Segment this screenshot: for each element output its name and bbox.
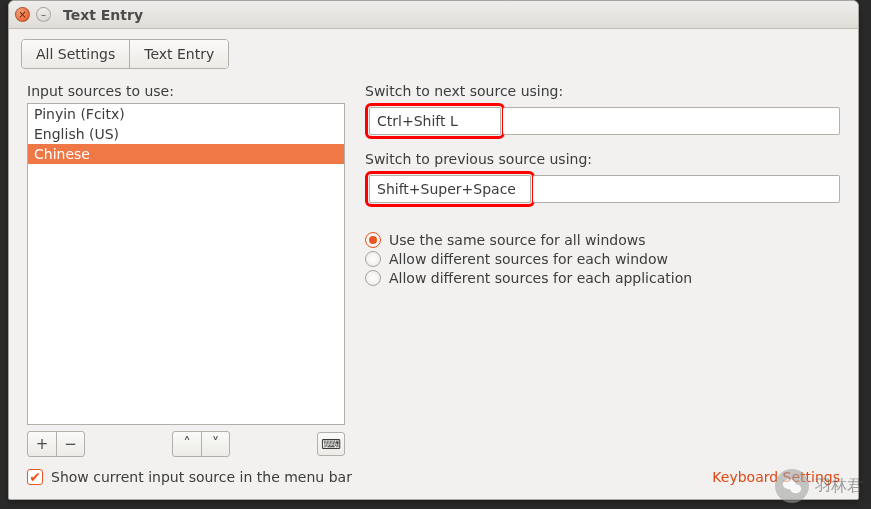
- source-scope-option[interactable]: Use the same source for all windows: [365, 232, 840, 248]
- window-close-button[interactable]: ×: [15, 7, 30, 22]
- window-minimize-button[interactable]: –: [36, 7, 51, 22]
- input-source-item[interactable]: English (US): [28, 124, 344, 144]
- radio-icon: [365, 270, 381, 286]
- source-scope-option[interactable]: Allow different sources for each window: [365, 251, 840, 267]
- window-title: Text Entry: [63, 7, 143, 23]
- input-source-item[interactable]: Pinyin (Fcitx): [28, 104, 344, 124]
- show-source-menubar-label: Show current input source in the menu ba…: [51, 469, 352, 485]
- reorder-group: ˄ ˅: [172, 431, 230, 457]
- show-keyboard-layout-button[interactable]: ⌨: [317, 432, 345, 456]
- prev-source-input-extend[interactable]: [533, 175, 840, 203]
- radio-label: Allow different sources for each window: [389, 251, 668, 267]
- next-source-input-extend[interactable]: [503, 107, 840, 135]
- breadcrumb: All Settings Text Entry: [21, 39, 229, 69]
- input-source-item[interactable]: Chinese: [28, 144, 344, 164]
- prev-source-highlight: [365, 171, 535, 207]
- input-sources-panel: Input sources to use: Pinyin (Fcitx)Engl…: [27, 83, 345, 459]
- show-source-menubar-checkbox[interactable]: ✔ Show current input source in the menu …: [27, 469, 352, 485]
- source-scope-option[interactable]: Allow different sources for each applica…: [365, 270, 840, 286]
- next-source-highlight: [365, 103, 505, 139]
- input-sources-label: Input sources to use:: [27, 83, 345, 99]
- two-column-layout: Input sources to use: Pinyin (Fcitx)Engl…: [27, 83, 840, 459]
- radio-label: Allow different sources for each applica…: [389, 270, 692, 286]
- text-entry-window: × – Text Entry All Settings Text Entry I…: [8, 0, 859, 500]
- prev-source-label: Switch to previous source using:: [365, 151, 840, 167]
- breadcrumb-bar: All Settings Text Entry: [9, 29, 858, 75]
- add-remove-group: + −: [27, 431, 85, 457]
- input-sources-toolbar: + − ˄ ˅ ⌨: [27, 429, 345, 459]
- radio-label: Use the same source for all windows: [389, 232, 645, 248]
- move-up-button[interactable]: ˄: [173, 432, 201, 456]
- check-icon: ✔: [27, 469, 43, 485]
- keyboard-settings-link[interactable]: Keyboard Settings: [712, 469, 840, 485]
- titlebar: × – Text Entry: [9, 1, 858, 29]
- shortcut-panel: Switch to next source using: Switch to p…: [365, 83, 840, 459]
- remove-source-button[interactable]: −: [56, 432, 84, 456]
- input-sources-list[interactable]: Pinyin (Fcitx)English (US)Chinese: [27, 103, 345, 425]
- prev-source-input[interactable]: [369, 175, 531, 203]
- next-source-input[interactable]: [369, 107, 501, 135]
- radio-icon: [365, 232, 381, 248]
- bottom-bar: ✔ Show current input source in the menu …: [27, 469, 840, 485]
- next-source-label: Switch to next source using:: [365, 83, 840, 99]
- content-area: Input sources to use: Pinyin (Fcitx)Engl…: [9, 75, 858, 499]
- move-down-button[interactable]: ˅: [201, 432, 229, 456]
- add-source-button[interactable]: +: [28, 432, 56, 456]
- breadcrumb-all-settings[interactable]: All Settings: [22, 40, 129, 68]
- radio-icon: [365, 251, 381, 267]
- source-scope-radiogroup: Use the same source for all windowsAllow…: [365, 229, 840, 289]
- keyboard-icon: ⌨: [321, 436, 341, 452]
- breadcrumb-text-entry[interactable]: Text Entry: [129, 40, 228, 68]
